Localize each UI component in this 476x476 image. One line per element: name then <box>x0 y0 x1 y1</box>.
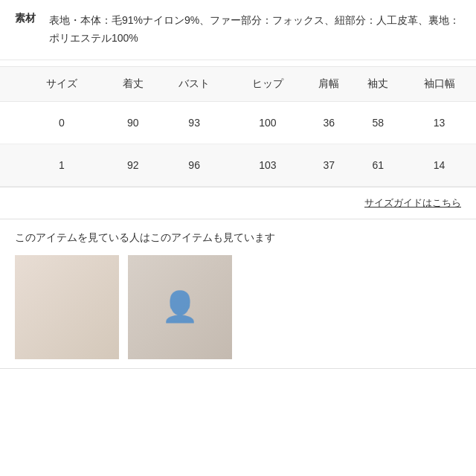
size-table-header-row: サイズ 着丈 バスト ヒップ 肩幅 袖丈 袖口幅 <box>0 66 476 101</box>
header-hip: ヒップ <box>231 66 305 101</box>
shoulder-1: 37 <box>304 144 353 186</box>
material-section: 素材 表地・本体：毛91%ナイロン9%、ファー部分：フォックス、紐部分：人工皮革… <box>0 0 476 60</box>
hip-0: 100 <box>231 101 305 144</box>
table-row: 0 90 93 100 36 58 13 <box>0 101 476 144</box>
header-sleeve-width: 袖口幅 <box>402 66 476 101</box>
header-shoulder: 肩幅 <box>304 66 353 101</box>
shoulder-0: 36 <box>304 101 353 144</box>
material-text: 表地・本体：毛91%ナイロン9%、ファー部分：フォックス、紐部分：人工皮革、裏地… <box>49 12 461 48</box>
related-item-2[interactable]: 👤 <box>128 255 232 359</box>
sleeve-width-0: 13 <box>402 101 476 144</box>
sleeve-width-1: 14 <box>402 144 476 186</box>
related-item-1[interactable] <box>15 255 119 359</box>
related-section: このアイテムを見ている人はこのアイテムも見ています 👤 <box>0 219 476 369</box>
sleeve-0: 58 <box>353 101 402 144</box>
length-1: 92 <box>109 144 158 186</box>
hip-1: 103 <box>231 144 305 186</box>
length-0: 90 <box>109 101 158 144</box>
related-item-2-thumbnail: 👤 <box>128 255 232 359</box>
header-sleeve: 袖丈 <box>353 66 402 101</box>
sleeve-1: 61 <box>353 144 402 186</box>
related-section-title: このアイテムを見ている人はこのアイテムも見ています <box>15 231 461 245</box>
size-0: 0 <box>0 101 109 144</box>
related-items-container: 👤 <box>15 255 461 359</box>
related-item-1-thumbnail <box>15 255 119 359</box>
header-size: サイズ <box>0 66 109 101</box>
size-table: サイズ 着丈 バスト ヒップ 肩幅 袖丈 袖口幅 0 90 93 100 36 … <box>0 66 476 187</box>
size-1: 1 <box>0 144 109 186</box>
bust-1: 96 <box>158 144 231 186</box>
size-guide-link[interactable]: サイズガイドはこちら <box>364 197 461 208</box>
table-row: 1 92 96 103 37 61 14 <box>0 144 476 186</box>
header-bust: バスト <box>158 66 231 101</box>
header-length: 着丈 <box>109 66 158 101</box>
size-table-section: サイズ 着丈 バスト ヒップ 肩幅 袖丈 袖口幅 0 90 93 100 36 … <box>0 60 476 187</box>
bust-0: 93 <box>158 101 231 144</box>
material-label: 素材 <box>15 12 42 48</box>
size-guide-link-row: サイズガイドはこちら <box>0 187 476 219</box>
person-icon: 👤 <box>161 289 199 324</box>
